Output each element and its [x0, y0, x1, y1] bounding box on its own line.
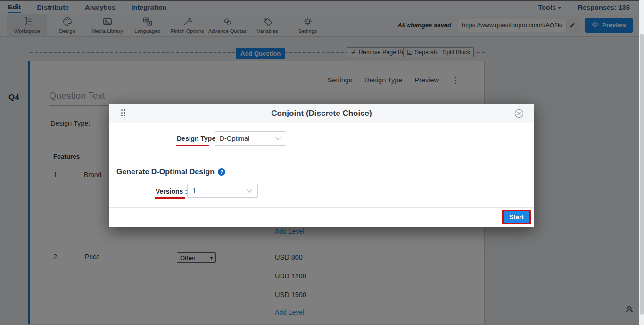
modal-footer: Start	[109, 207, 534, 228]
design-type-field-label: Design Type	[177, 135, 215, 142]
start-button[interactable]: Start	[504, 211, 529, 223]
modal-header: Conjoint (Discrete Choice)	[109, 104, 534, 123]
conjoint-settings-modal: Conjoint (Discrete Choice) Design Type D…	[109, 104, 534, 228]
versions-dropdown[interactable]: 1	[187, 184, 258, 198]
versions-field-label: Versions :	[156, 187, 187, 195]
generate-design-heading-text: Generate D-Optimal Design	[116, 168, 215, 176]
start-button-highlight: Start	[502, 210, 531, 224]
chevron-down-icon	[246, 187, 253, 195]
chevron-down-icon	[274, 135, 281, 142]
versions-red-underline	[155, 197, 185, 199]
vertical-scrollbar[interactable]	[639, 0, 644, 325]
design-type-dropdown-value: D-Optimal	[220, 135, 249, 142]
versions-dropdown-value: 1	[192, 187, 196, 195]
help-icon[interactable]: ?	[218, 168, 225, 176]
modal-body: Design Type D-Optimal Generate D-Optimal…	[109, 123, 534, 207]
close-icon[interactable]	[514, 108, 524, 119]
questionpro-survey-editor: Edit Distribute Analytics Integration To…	[0, 0, 644, 325]
generate-design-heading: Generate D-Optimal Design ?	[116, 168, 225, 176]
modal-title: Conjoint (Discrete Choice)	[109, 104, 534, 123]
scrollbar-thumb[interactable]	[640, 34, 644, 315]
design-type-red-underline	[176, 145, 209, 146]
design-type-dropdown[interactable]: D-Optimal	[215, 131, 286, 146]
